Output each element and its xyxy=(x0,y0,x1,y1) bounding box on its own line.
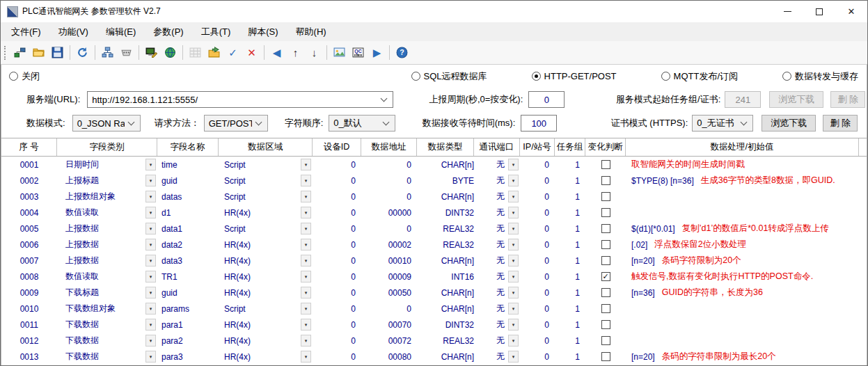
cell-device_id[interactable]: 0 xyxy=(313,237,361,253)
mode-radio-3[interactable]: 数据转发与缓存 xyxy=(782,70,858,83)
cell-group[interactable]: 1 xyxy=(555,269,585,285)
delete-button-row2[interactable]: 删 除 xyxy=(823,115,858,132)
cell-field[interactable]: para3 xyxy=(157,349,219,365)
cell-device_id[interactable]: 0 xyxy=(313,157,361,173)
category-dropdown-button[interactable]: ▾ xyxy=(145,319,156,331)
port-dropdown-button[interactable]: ▾ xyxy=(508,191,519,202)
cell-dtype[interactable]: REAL32 xyxy=(417,333,474,349)
apply-icon[interactable]: ✓ xyxy=(224,44,242,61)
port-dropdown-button[interactable]: ▾ xyxy=(508,223,519,234)
cell-seq[interactable]: 0004 xyxy=(1,205,57,221)
cell-address[interactable]: 00000 xyxy=(361,205,417,221)
port-dropdown-button[interactable]: ▾ xyxy=(508,271,519,283)
char-order-combobox[interactable]: 0_默认 xyxy=(329,115,395,132)
cell-area[interactable]: HR(4x)▾ xyxy=(219,333,313,349)
cell-device_id[interactable]: 0 xyxy=(313,221,361,237)
cell-changed[interactable] xyxy=(585,237,626,253)
web-publish-icon[interactable] xyxy=(161,44,179,61)
cell-port[interactable]: 无▾ xyxy=(474,349,520,365)
data-mode-combobox[interactable]: 0_JSON Raw xyxy=(72,115,141,132)
cell-seq[interactable]: 0006 xyxy=(1,237,57,253)
cell-dtype[interactable]: CHAR[n] xyxy=(417,253,474,269)
cell-process[interactable]: $(d1)[*0.01]复制’d1’的数值后*0.01转成浮点数上传 xyxy=(626,221,859,237)
cell-group[interactable]: 1 xyxy=(555,333,585,349)
cell-changed[interactable] xyxy=(585,173,626,189)
cell-category[interactable]: 上报数组对象▾ xyxy=(57,189,157,205)
cell-seq[interactable]: 0003 xyxy=(1,189,57,205)
help-icon[interactable]: ? xyxy=(393,44,411,61)
cell-area[interactable]: Script▾ xyxy=(219,157,313,173)
cell-field[interactable]: guid xyxy=(157,173,219,189)
cell-changed[interactable] xyxy=(585,189,626,205)
open-file-icon[interactable] xyxy=(30,44,47,61)
area-dropdown-button[interactable]: ▾ xyxy=(301,271,311,283)
cell-process[interactable]: $TYPE(8) [n=36]生成36字节的类型8数据，即GUID. xyxy=(626,173,859,189)
category-dropdown-button[interactable]: ▾ xyxy=(145,335,156,347)
cell-device_id[interactable]: 0 xyxy=(313,349,361,365)
cell-port[interactable]: 无▾ xyxy=(474,285,520,301)
cell-dtype[interactable]: DINT32 xyxy=(417,205,474,221)
cell-changed[interactable] xyxy=(585,285,626,301)
port-dropdown-button[interactable]: ▾ xyxy=(508,239,519,250)
cell-category[interactable]: 数值读取▾ xyxy=(57,269,157,285)
cell-field[interactable]: TR1 xyxy=(157,269,219,285)
cell-seq[interactable]: 0008 xyxy=(1,269,57,285)
category-dropdown-button[interactable]: ▾ xyxy=(145,239,156,250)
cell-category[interactable]: 下载数据▾ xyxy=(57,317,157,333)
category-dropdown-button[interactable]: ▾ xyxy=(145,351,156,363)
image-icon[interactable] xyxy=(331,44,348,61)
cell-category[interactable]: 上报数据▾ xyxy=(57,221,157,237)
qc-barcode-icon[interactable]: QC xyxy=(349,44,367,61)
cell-changed[interactable] xyxy=(585,157,626,173)
port-dropdown-button[interactable]: ▾ xyxy=(508,175,519,186)
device-monitor-icon[interactable] xyxy=(143,44,160,61)
cell-device_id[interactable]: 0 xyxy=(313,317,361,333)
cell-dtype[interactable]: INT16 xyxy=(417,269,474,285)
cell-changed[interactable] xyxy=(585,333,626,349)
cell-device_id[interactable]: 0 xyxy=(313,173,361,189)
cell-port[interactable]: 无▾ xyxy=(474,205,520,221)
change-detect-checkbox[interactable] xyxy=(601,192,610,201)
area-dropdown-button[interactable]: ▾ xyxy=(301,159,311,170)
cell-area[interactable]: HR(4x)▾ xyxy=(219,205,313,221)
cell-seq[interactable]: 0005 xyxy=(1,221,57,237)
change-detect-checkbox[interactable] xyxy=(601,304,610,313)
cell-station[interactable]: 0 xyxy=(520,301,555,317)
cell-address[interactable]: 0 xyxy=(361,157,417,173)
port-dropdown-button[interactable]: ▾ xyxy=(508,255,519,266)
cell-group[interactable]: 1 xyxy=(555,221,585,237)
area-dropdown-button[interactable]: ▾ xyxy=(301,191,311,202)
menu-item-1[interactable]: 功能(V) xyxy=(52,23,95,41)
cell-group[interactable]: 1 xyxy=(555,285,585,301)
cell-process[interactable]: [n=20]条码的字符串限制为最长20个 xyxy=(626,349,859,365)
cell-process[interactable]: 取智能网关的时间生成时间戳 xyxy=(626,157,859,173)
cell-category[interactable]: 日期时间▾ xyxy=(57,157,157,173)
port-dropdown-button[interactable]: ▾ xyxy=(508,303,519,315)
cell-device_id[interactable]: 0 xyxy=(313,333,361,349)
cell-field[interactable]: para2 xyxy=(157,333,219,349)
port-dropdown-button[interactable]: ▾ xyxy=(508,159,519,170)
cell-address[interactable]: 00002 xyxy=(361,237,417,253)
cell-group[interactable]: 1 xyxy=(555,253,585,269)
cell-station[interactable]: 0 xyxy=(520,205,555,221)
change-detect-checkbox[interactable] xyxy=(601,208,610,217)
cell-port[interactable]: 无▾ xyxy=(474,317,520,333)
cell-category[interactable]: 下载数组对象▾ xyxy=(57,301,157,317)
cell-seq[interactable]: 0012 xyxy=(1,333,57,349)
minimize-button[interactable] xyxy=(771,1,803,22)
menu-item-5[interactable]: 脚本(S) xyxy=(242,23,284,41)
cell-group[interactable]: 1 xyxy=(555,317,585,333)
port-dropdown-button[interactable]: ▾ xyxy=(508,335,519,347)
cell-port[interactable]: 无▾ xyxy=(474,157,520,173)
cell-category[interactable]: 下载数据▾ xyxy=(57,333,157,349)
cell-port[interactable]: 无▾ xyxy=(474,301,520,317)
cell-seq[interactable]: 0010 xyxy=(1,301,57,317)
cell-changed[interactable] xyxy=(585,349,626,365)
cell-process[interactable]: [.02]浮点数保留2位小数处理 xyxy=(626,237,859,253)
cell-process[interactable]: [n=20]条码字符限制为20个 xyxy=(626,253,859,269)
cell-address[interactable]: 0 xyxy=(361,221,417,237)
cell-port[interactable]: 无▾ xyxy=(474,253,520,269)
cell-process[interactable] xyxy=(626,333,859,349)
change-detect-checkbox[interactable] xyxy=(601,320,610,329)
cell-station[interactable]: 0 xyxy=(520,333,555,349)
